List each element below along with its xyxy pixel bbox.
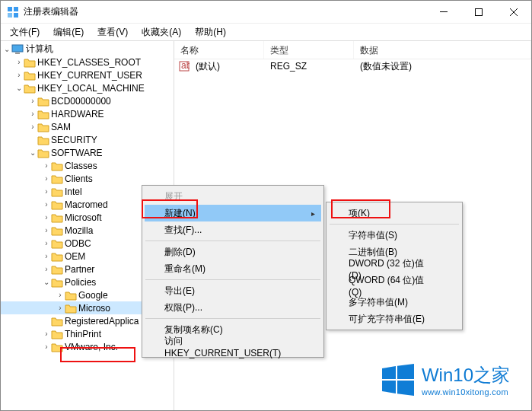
tree-node-classes[interactable]: ›Classes [1, 159, 174, 172]
tree-node-software[interactable]: ⌄SOFTWARE [1, 146, 174, 159]
chevron-right-icon[interactable]: › [42, 226, 51, 234]
folder-icon [65, 303, 77, 314]
context-menu-main: 展开 新建(N) 查找(F)... 删除(D) 重命名(M) 导出(E) 权限(… [142, 185, 324, 358]
windows-logo-icon [382, 364, 414, 396]
tree-node-bcd[interactable]: ›BCD00000000 [1, 94, 174, 107]
chevron-right-icon[interactable]: › [42, 239, 51, 247]
svg-rect-5 [476, 8, 483, 15]
watermark-title: Win10之家 [422, 363, 510, 387]
tree-node-hkcr[interactable]: ›HKEY_CLASSES_ROOT [1, 56, 174, 68]
chevron-down-icon[interactable]: ⌄ [14, 84, 24, 92]
menu-view[interactable]: 查看(V) [91, 24, 134, 40]
watermark: Win10之家 www.win10xitong.com [382, 363, 510, 397]
maximize-button[interactable] [461, 1, 496, 24]
chevron-right-icon[interactable]: › [28, 123, 37, 131]
svg-rect-8 [12, 45, 23, 52]
chevron-right-icon[interactable]: › [42, 161, 51, 170]
tree-node-sam[interactable]: ›SAM [1, 120, 174, 133]
tree-node-security[interactable]: SECURITY [1, 133, 174, 146]
separator [145, 241, 320, 241]
separator [145, 318, 320, 319]
chevron-down-icon[interactable]: ⌄ [2, 45, 11, 53]
ctx-permissions[interactable]: 权限(P)... [145, 299, 321, 316]
chevron-right-icon[interactable]: › [42, 213, 51, 221]
column-data[interactable]: 数据 [354, 41, 531, 59]
string-value-icon: ab [179, 61, 190, 72]
folder-icon [51, 251, 63, 262]
ctx-rename[interactable]: 重命名(M) [145, 260, 321, 277]
svg-rect-3 [14, 13, 18, 18]
chevron-down-icon[interactable]: ⌄ [42, 278, 51, 286]
ctx-find[interactable]: 查找(F)... [145, 221, 321, 238]
chevron-down-icon[interactable]: ⌄ [28, 148, 37, 157]
svg-text:ab: ab [181, 61, 190, 71]
chevron-right-icon[interactable]: › [14, 58, 24, 66]
ctx-goto-hkcu[interactable]: 访问 HKEY_CURRENT_USER(T) [145, 338, 321, 355]
chevron-right-icon[interactable]: › [42, 330, 51, 338]
tree-node-hardware[interactable]: ›HARDWARE [1, 107, 174, 120]
menubar: 文件(F) 编辑(E) 查看(V) 收藏夹(A) 帮助(H) [1, 24, 531, 40]
svg-rect-1 [14, 7, 18, 11]
folder-icon [51, 238, 63, 249]
column-type[interactable]: 类型 [264, 41, 354, 59]
folder-icon [51, 161, 63, 171]
folder-icon [51, 199, 63, 210]
ctx-export[interactable]: 导出(E) [145, 282, 321, 299]
folder-icon [51, 277, 63, 288]
tree-node-clients[interactable]: ›Clients [1, 172, 174, 185]
menu-favorites[interactable]: 收藏夹(A) [135, 24, 187, 40]
value-row-default[interactable]: ab (默认) REG_SZ (数值未设置) [174, 59, 531, 73]
ctx-new-multistring[interactable]: 多字符串值(M) [329, 294, 460, 311]
chevron-right-icon[interactable]: › [42, 342, 51, 351]
menu-help[interactable]: 帮助(H) [189, 24, 232, 40]
chevron-right-icon[interactable]: › [56, 291, 65, 299]
app-icon [7, 6, 19, 18]
ctx-new-key[interactable]: 项(K) [329, 205, 460, 221]
menu-edit[interactable]: 编辑(E) [47, 24, 90, 40]
chevron-right-icon[interactable]: › [42, 174, 51, 183]
chevron-right-icon[interactable]: › [42, 200, 51, 209]
ctx-new[interactable]: 新建(N) [145, 205, 321, 221]
chevron-right-icon[interactable]: › [28, 97, 37, 105]
folder-icon [24, 57, 36, 68]
close-button[interactable] [496, 1, 531, 24]
folder-icon [51, 174, 63, 184]
ctx-new-qword[interactable]: QWORD (64 位)值(Q) [329, 277, 460, 294]
folder-icon [24, 70, 36, 81]
titlebar: 注册表编辑器 [1, 1, 531, 24]
folder-icon [51, 329, 63, 339]
folder-icon [37, 109, 49, 119]
folder-icon [51, 186, 63, 197]
column-name[interactable]: 名称 [174, 41, 264, 59]
tree-node-hklm[interactable]: ⌄HKEY_LOCAL_MACHINE [1, 81, 174, 94]
svg-rect-9 [15, 53, 20, 54]
chevron-right-icon[interactable]: › [42, 187, 51, 196]
context-submenu-new: 项(K) 字符串值(S) 二进制值(B) DWORD (32 位)值(D) QW… [326, 202, 463, 330]
separator [330, 224, 459, 225]
chevron-right-icon[interactable]: › [42, 265, 51, 273]
tree-node-computer[interactable]: ⌄计算机 [1, 43, 174, 56]
folder-icon [37, 148, 49, 158]
folder-icon [24, 83, 36, 94]
tree-node-hkcu[interactable]: ›HKEY_CURRENT_USER [1, 68, 174, 81]
folder-icon [37, 96, 49, 107]
computer-icon [11, 44, 24, 55]
ctx-new-expandstring[interactable]: 可扩充字符串值(E) [329, 311, 460, 327]
chevron-right-icon[interactable]: › [42, 252, 51, 260]
chevron-right-icon[interactable]: › [14, 71, 24, 79]
ctx-new-string[interactable]: 字符串值(S) [329, 227, 460, 244]
folder-icon [65, 290, 77, 301]
chevron-right-icon[interactable]: › [28, 110, 37, 118]
watermark-url: www.win10xitong.com [422, 387, 510, 397]
ctx-expand[interactable]: 展开 [145, 188, 321, 205]
window-controls [426, 1, 531, 24]
minimize-button[interactable] [426, 1, 461, 24]
chevron-right-icon[interactable]: › [56, 304, 65, 312]
value-type: REG_SZ [264, 61, 354, 72]
folder-icon [37, 135, 49, 145]
folder-icon [37, 122, 49, 132]
menu-file[interactable]: 文件(F) [4, 24, 46, 40]
ctx-delete[interactable]: 删除(D) [145, 244, 321, 260]
svg-rect-2 [8, 13, 12, 18]
list-header: 名称 类型 数据 [174, 41, 531, 59]
